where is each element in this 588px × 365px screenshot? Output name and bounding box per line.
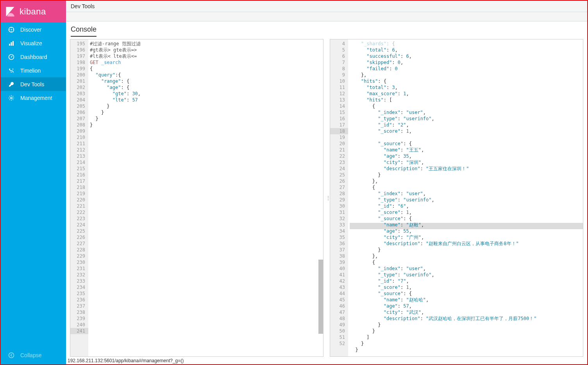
collapse-label: Collapse	[20, 352, 41, 358]
svg-rect-4	[11, 42, 12, 46]
statusbar: 192.168.211.132:5601/app/kibana#/managem…	[66, 357, 587, 364]
sidebar: kibana DiscoverVisualizeDashboardTimelio…	[1, 1, 66, 364]
sidebar-item-label: Management	[20, 95, 52, 101]
status-url: 192.168.211.132:5601/app/kibana#/managem…	[68, 358, 184, 363]
sidebar-item-timelion[interactable]: Timelion	[1, 64, 66, 77]
svg-point-8	[9, 68, 10, 69]
tab-row: Console	[66, 21, 587, 37]
response-pane: 4567891011121314151617181920212223242526…	[330, 39, 583, 357]
svg-rect-3	[9, 44, 10, 46]
nav-bottom: Collapse	[1, 348, 66, 364]
app-root: kibana DiscoverVisualizeDashboardTimelio…	[0, 0, 588, 365]
visualize-icon	[8, 40, 15, 47]
response-gutter: 4567891011121314151617181920212223242526…	[330, 39, 348, 356]
svg-point-7	[11, 56, 12, 57]
sidebar-item-dashboard[interactable]: Dashboard	[1, 50, 66, 64]
sidebar-item-visualize[interactable]: Visualize	[1, 36, 66, 50]
devtools-icon	[8, 81, 15, 88]
tab-console[interactable]: Console	[71, 25, 97, 37]
request-editor[interactable]: #过滤-range 范围过滤#gt表示> gte表示=>#lt表示< lte表示…	[88, 39, 323, 356]
sidebar-item-label: Timelion	[20, 68, 41, 74]
response-viewer[interactable]: "_shards": { "total": 6, "successful": 6…	[348, 39, 583, 356]
discover-icon	[8, 26, 15, 33]
collapse-icon	[8, 352, 15, 359]
editor-row: 1951961971981992002012022032042052062072…	[66, 37, 587, 357]
dashboard-icon	[8, 53, 15, 61]
management-icon	[8, 94, 15, 101]
request-gutter: 1951961971981992002012022032042052062072…	[70, 39, 88, 356]
sidebar-item-management[interactable]: Management	[1, 91, 66, 105]
sidebar-item-label: Dashboard	[20, 54, 47, 60]
svg-point-2	[11, 29, 12, 30]
topbar-title: Dev Tools	[71, 3, 95, 9]
svg-point-10	[11, 97, 12, 98]
brand-logo[interactable]: kibana	[1, 1, 66, 23]
timelion-icon	[8, 67, 15, 74]
svg-point-11	[9, 353, 14, 358]
main: Dev Tools Console 1951961971981992002012…	[66, 1, 587, 364]
kibana-logo-icon	[5, 6, 16, 17]
nav-list: DiscoverVisualizeDashboardTimelionDev To…	[1, 23, 66, 348]
sidebar-item-discover[interactable]: Discover	[1, 23, 66, 36]
sidebar-item-label: Visualize	[20, 40, 42, 46]
subbar	[66, 12, 587, 21]
sidebar-item-label: Dev Tools	[20, 81, 44, 87]
svg-rect-5	[13, 41, 14, 46]
request-pane: 1951961971981992002012022032042052062072…	[70, 39, 323, 357]
brand-text: kibana	[20, 7, 46, 17]
pane-resize-handle[interactable]: ⋮	[327, 39, 330, 357]
sidebar-item-label: Discover	[20, 27, 41, 33]
svg-point-9	[13, 68, 13, 69]
topbar: Dev Tools	[66, 1, 587, 12]
sidebar-item-devtools[interactable]: Dev Tools	[1, 77, 66, 91]
sidebar-collapse[interactable]: Collapse	[1, 348, 66, 362]
